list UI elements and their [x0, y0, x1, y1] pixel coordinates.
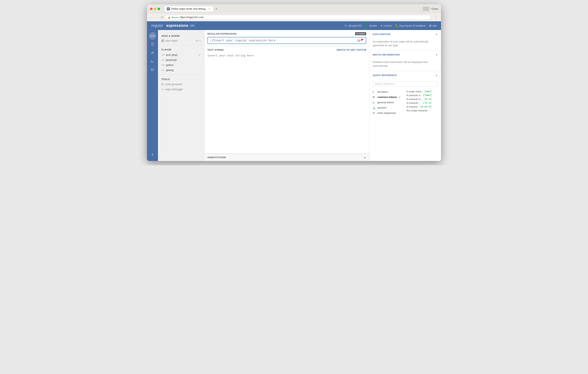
logo-regular: regular — [151, 23, 163, 28]
all-tokens-label: all tokens — [378, 90, 388, 93]
save-regex-button[interactable]: save regex — [161, 39, 178, 42]
test-header: TEST STRING SWITCH TO UNIT TESTS ▶ — [204, 46, 369, 53]
quick-ref-chevron-icon[interactable]: ∨ — [436, 74, 438, 77]
regex-delimiter-end: / — [357, 39, 358, 42]
tools-code-gen-label: code generator — [165, 83, 182, 86]
match-info-chevron-icon[interactable]: ∨ — [436, 53, 438, 56]
substitution-label: SUBSTITUTION — [207, 156, 226, 159]
result-row-1[interactable]: A character e... [^abc] — [407, 93, 431, 97]
tab-close-button[interactable]: ✕ — [209, 8, 210, 10]
result-code-3: [^a-z] — [423, 102, 431, 104]
sidebar-tools-button[interactable] — [149, 57, 156, 65]
test-string-textarea[interactable] — [204, 53, 369, 133]
flavor-golang[interactable]: </> golang — [158, 68, 204, 73]
sidebar-chat-button[interactable] — [149, 66, 156, 74]
nav-contact[interactable]: ✈ contact — [380, 24, 392, 27]
explanation-chevron-icon[interactable]: ∨ — [436, 32, 438, 36]
save-row: save regex ⌘+S — [158, 38, 204, 43]
svg-rect-5 — [162, 41, 163, 42]
match-info-body: Detailed match information will be displ… — [369, 59, 441, 71]
sidebar-code-button[interactable]: </> — [149, 32, 156, 40]
app-header: regular expressions 101 🐦 @regex101 💲 do… — [147, 21, 441, 30]
forward-button[interactable]: › — [155, 15, 159, 20]
quick-ref-common-tokens[interactable]: ★ common tokens ✓ — [369, 95, 404, 100]
minimize-dot[interactable] — [154, 8, 156, 10]
result-row-3[interactable]: A character ... [^a-z] — [407, 101, 431, 105]
sidebar-user-button[interactable] — [149, 49, 156, 57]
nav-wiki[interactable]: 🏛 wiki — [429, 24, 437, 27]
substitution-section: SUBSTITUTION ▲ — [204, 154, 369, 161]
regex-delimiter-start: :/ — [210, 39, 213, 42]
nav-bug-label: bug reports & feedback — [399, 24, 426, 27]
regex-input-field[interactable] — [213, 39, 357, 42]
quick-ref-title: QUICK REFERENCE — [373, 74, 397, 76]
match-info-section: MATCH INFORMATION ∨ Detailed match infor… — [369, 51, 441, 71]
quick-ref-body: ≡ all tokens ★ common tokens ✓ ◎ general… — [369, 88, 441, 117]
sidebar-clipboard-button[interactable] — [149, 41, 156, 48]
regex-input-wrapper[interactable]: :/ / g🚩 — [207, 37, 366, 44]
quick-ref-results: A single chara... [abc] A character e...… — [404, 88, 434, 117]
nav-twitter[interactable]: 🐦 @regex101 — [344, 24, 362, 27]
substitution-collapse-button[interactable]: ▲ — [364, 156, 366, 159]
result-row-0[interactable]: A single chara... [abc] — [407, 90, 431, 93]
dollar-sign-icon: 💲 — [365, 24, 368, 27]
sidebar-dollar-button[interactable]: $ — [149, 151, 156, 159]
match-info-header: MATCH INFORMATION ∨ — [369, 51, 441, 59]
result-row-2[interactable]: A character in ... [a-z] — [407, 97, 431, 101]
nav-twitter-label: @regex101 — [348, 24, 362, 27]
quick-ref-all-tokens[interactable]: ≡ all tokens — [369, 89, 404, 95]
common-tokens-icon: ★ — [372, 96, 376, 99]
active-tab[interactable]: R Online regex tester and debug... ✕ — [164, 6, 213, 11]
result-desc-5: Any single character — [407, 109, 429, 112]
new-tab-button[interactable]: + — [214, 6, 219, 11]
flavor-js-label: javascript — [166, 59, 177, 62]
close-dot[interactable] — [150, 8, 152, 10]
logo-space — [164, 23, 165, 28]
flavor-javascript[interactable]: </> javascript — [158, 57, 204, 63]
result-code-0: [abc] — [425, 90, 431, 93]
flavor-py-label: python — [166, 64, 174, 66]
result-code-2: [a-z] — [425, 98, 431, 100]
switch-to-unit-tests-button[interactable]: SWITCH TO UNIT TESTS ▶ — [336, 48, 366, 51]
quick-ref-search-input[interactable] — [372, 81, 438, 87]
quick-reference-section: QUICK REFERENCE ∨ ≡ all tokens ★ comm — [369, 71, 441, 161]
nav-contact-label: contact — [384, 24, 392, 27]
guest-label: Guest — [431, 7, 438, 10]
tab-title: Online regex tester and debug... — [171, 7, 207, 10]
quick-ref-list: ≡ all tokens ★ common tokens ✓ ◎ general… — [369, 88, 404, 117]
result-row-4[interactable]: A characte... [a-zA-Z] — [407, 105, 431, 109]
bug-icon: 🐛 — [395, 24, 399, 27]
quick-ref-general-tokens[interactable]: ◎ general tokens — [369, 100, 404, 105]
regex-flags[interactable]: g🚩 — [358, 39, 364, 42]
svg-rect-0 — [152, 43, 153, 46]
result-desc-3: A character ... — [407, 102, 422, 104]
back-button[interactable]: ‹ — [150, 15, 154, 20]
quick-ref-anchors[interactable]: ⚓ anchors — [369, 105, 404, 110]
regex-header: REGULAR EXPRESSION no match — [207, 32, 366, 35]
tools-regex-debugger[interactable]: regex debugger — [158, 87, 204, 92]
refresh-button[interactable]: ↺ — [161, 16, 163, 19]
tab-favicon: R — [167, 7, 170, 10]
tools-code-generator[interactable]: code generator — [158, 82, 204, 87]
explanation-body: An explanation of your regex will be aut… — [369, 38, 441, 50]
quick-ref-meta-sequences[interactable]: ◔ meta sequences — [369, 110, 404, 116]
nav-wiki-label: wiki — [432, 24, 437, 27]
svg-point-2 — [152, 52, 153, 53]
browser-menu-button[interactable]: ⋮ — [434, 15, 438, 20]
nav-bug-reports[interactable]: 🐛 bug reports & feedback — [395, 24, 426, 27]
quick-ref-search — [372, 81, 438, 87]
save-regex-label: save regex — [165, 39, 178, 42]
app-body: </> $ SAVE & SHARE save regex — [147, 30, 441, 161]
icon-sidebar: </> $ — [147, 30, 158, 161]
address-url: https://regex101.com — [180, 16, 204, 19]
address-bar[interactable]: 🔒 Secure https://regex101.com — [165, 15, 431, 20]
regex-section: REGULAR EXPRESSION no match :/ / g🚩 — [204, 30, 369, 46]
explanation-header: EXPLANATION ∨ — [369, 30, 441, 38]
flavor-pcre[interactable]: </> pcre (php) ✓ — [158, 52, 204, 57]
maximize-dot[interactable] — [158, 8, 160, 10]
result-code-5: . — [430, 109, 431, 112]
flavor-python[interactable]: </> python — [158, 63, 204, 68]
result-row-5[interactable]: Any single character . — [407, 109, 431, 112]
nav-donate[interactable]: 💲 donate — [365, 24, 377, 27]
tab-placeholder — [423, 7, 429, 11]
